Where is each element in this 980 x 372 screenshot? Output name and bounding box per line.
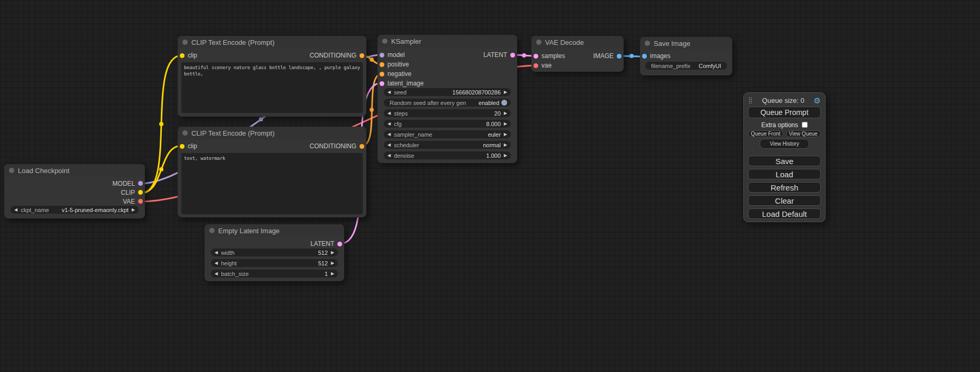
load-button[interactable]: Load: [748, 169, 821, 179]
node-title-bar[interactable]: Load Checkpoint: [4, 164, 145, 177]
queue-drag-handle-icon[interactable]: ⣿: [748, 97, 753, 104]
widget-cfg[interactable]: ◀ cfg 8.000 ▶: [384, 120, 511, 128]
collapse-dot[interactable]: [182, 130, 188, 136]
output-slot-latent[interactable]: LATENT: [483, 51, 515, 59]
widget-batch-size[interactable]: ◀ batch_size 1 ▶: [211, 270, 338, 278]
toggle-dot[interactable]: [501, 100, 507, 106]
increment-arrow-icon[interactable]: ▶: [504, 143, 507, 147]
widget-height[interactable]: ◀ height 512 ▶: [211, 259, 338, 267]
queue-settings-gear-icon[interactable]: ⚙: [814, 97, 821, 104]
output-dot-vae[interactable]: [138, 199, 143, 204]
collapse-dot[interactable]: [382, 39, 387, 44]
extra-options-checkbox[interactable]: [802, 122, 808, 128]
node-clip-text-encode-positive[interactable]: CLIP Text Encode (Prompt) clip CONDITION…: [178, 36, 366, 117]
widget-sampler-name[interactable]: ◀ sampler_name euler ▶: [384, 130, 511, 138]
input-dot-clip[interactable]: [180, 53, 185, 58]
node-load-checkpoint[interactable]: Load Checkpoint MODEL CLIP VAE ◀ ckpt_na…: [4, 164, 145, 218]
output-dot-image[interactable]: [617, 54, 622, 59]
input-slot-model[interactable]: model: [380, 51, 405, 59]
output-dot-conditioning[interactable]: [360, 53, 364, 58]
increment-arrow-icon[interactable]: ▶: [331, 261, 334, 265]
decrement-arrow-icon[interactable]: ◀: [215, 261, 218, 265]
node-save-image[interactable]: Save Image images filename_prefix ComfyU…: [640, 37, 732, 75]
input-dot-negative[interactable]: [380, 72, 384, 77]
output-dot-latent[interactable]: [510, 53, 515, 58]
collapse-dot[interactable]: [209, 228, 215, 233]
input-dot-model[interactable]: [380, 53, 384, 58]
input-slot-images[interactable]: images: [642, 52, 671, 60]
decrement-arrow-icon[interactable]: ◀: [387, 143, 391, 147]
output-slot-latent[interactable]: LATENT: [311, 240, 342, 247]
output-slot-model[interactable]: MODEL: [112, 180, 143, 187]
output-dot-conditioning[interactable]: [360, 144, 364, 149]
input-dot-positive[interactable]: [380, 62, 384, 67]
increment-arrow-icon[interactable]: ▶: [504, 111, 507, 116]
widget-ckpt-name[interactable]: ◀ ckpt_name v1-5-pruned-emaonly.ckpt ▶: [11, 206, 139, 214]
widget-random-seed[interactable]: Random seed after every gen enabled: [384, 99, 511, 107]
increment-arrow-icon[interactable]: ▶: [504, 154, 507, 158]
output-dot-latent[interactable]: [337, 242, 342, 246]
widget-scheduler[interactable]: ◀ scheduler normal ▶: [384, 141, 511, 149]
prompt-textarea[interactable]: text, watermark: [181, 153, 363, 214]
node-title-bar[interactable]: CLIP Text Encode (Prompt): [178, 127, 366, 139]
output-dot-model[interactable]: [138, 181, 143, 186]
collapse-dot[interactable]: [9, 168, 14, 173]
increment-arrow-icon[interactable]: ▶: [331, 251, 334, 255]
increment-arrow-icon[interactable]: ▶: [132, 208, 135, 212]
widget-steps[interactable]: ◀ steps 20 ▶: [384, 109, 511, 117]
input-slot-positive[interactable]: positive: [380, 61, 409, 68]
input-slot-latent-image[interactable]: latent_image: [380, 80, 424, 87]
collapse-dot[interactable]: [182, 40, 188, 45]
queue-front-button[interactable]: Queue Front: [748, 130, 783, 137]
node-clip-text-encode-negative[interactable]: CLIP Text Encode (Prompt) clip CONDITION…: [178, 127, 366, 217]
node-title-bar[interactable]: Save Image: [640, 37, 732, 50]
output-slot-clip[interactable]: CLIP: [121, 189, 143, 196]
node-title-bar[interactable]: CLIP Text Encode (Prompt): [178, 36, 366, 49]
node-vae-decode[interactable]: VAE Decode samples IMAGE vae: [531, 36, 624, 72]
increment-arrow-icon[interactable]: ▶: [504, 122, 507, 126]
decrement-arrow-icon[interactable]: ◀: [387, 122, 391, 126]
load-default-button[interactable]: Load Default: [748, 208, 821, 219]
input-slot-vae[interactable]: vae: [533, 62, 551, 69]
decrement-arrow-icon[interactable]: ◀: [14, 208, 17, 212]
save-button[interactable]: Save: [748, 156, 821, 166]
decrement-arrow-icon[interactable]: ◀: [387, 154, 391, 158]
refresh-button[interactable]: Refresh: [748, 182, 821, 193]
decrement-arrow-icon[interactable]: ◀: [215, 251, 218, 255]
input-slot-samples[interactable]: samples: [533, 52, 565, 60]
increment-arrow-icon[interactable]: ▶: [504, 90, 507, 94]
output-slot-vae[interactable]: VAE: [123, 198, 143, 205]
decrement-arrow-icon[interactable]: ◀: [387, 111, 391, 116]
decrement-arrow-icon[interactable]: ◀: [215, 272, 218, 276]
collapse-dot[interactable]: [645, 41, 650, 46]
input-dot-clip[interactable]: [180, 144, 185, 149]
increment-arrow-icon[interactable]: ▶: [504, 132, 507, 137]
input-slot-clip[interactable]: clip: [180, 142, 197, 150]
input-dot-latent-image[interactable]: [380, 81, 384, 86]
input-dot-images[interactable]: [642, 54, 647, 59]
node-ksampler[interactable]: KSampler model LATENT positive negative: [377, 35, 517, 163]
input-dot-samples[interactable]: [533, 54, 538, 59]
input-slot-clip[interactable]: clip: [180, 52, 197, 59]
widget-denoise[interactable]: ◀ denoise 1.000 ▶: [384, 151, 511, 159]
output-slot-conditioning[interactable]: CONDITIONING: [309, 52, 364, 59]
collapse-dot[interactable]: [536, 40, 541, 45]
view-history-button[interactable]: View History: [760, 139, 809, 149]
input-slot-negative[interactable]: negative: [380, 70, 411, 78]
decrement-arrow-icon[interactable]: ◀: [387, 132, 391, 137]
output-dot-clip[interactable]: [138, 190, 143, 195]
node-title-bar[interactable]: KSampler: [377, 35, 517, 47]
increment-arrow-icon[interactable]: ▶: [331, 272, 334, 276]
output-slot-conditioning[interactable]: CONDITIONING: [309, 142, 364, 150]
node-title-bar[interactable]: VAE Decode: [531, 36, 624, 49]
decrement-arrow-icon[interactable]: ◀: [387, 90, 391, 94]
node-empty-latent-image[interactable]: Empty Latent Image LATENT ◀ width 512 ▶ …: [205, 224, 344, 281]
queue-prompt-button[interactable]: Queue Prompt: [748, 107, 821, 118]
prompt-textarea[interactable]: beautiful scenery nature glass bottle la…: [181, 62, 363, 113]
widget-filename-prefix[interactable]: filename_prefix ComfyUI: [645, 62, 727, 70]
view-queue-button[interactable]: View Queue: [786, 130, 821, 137]
widget-width[interactable]: ◀ width 512 ▶: [211, 249, 338, 256]
output-slot-image[interactable]: IMAGE: [593, 52, 622, 60]
node-title-bar[interactable]: Empty Latent Image: [205, 224, 344, 237]
clear-button[interactable]: Clear: [748, 195, 821, 206]
